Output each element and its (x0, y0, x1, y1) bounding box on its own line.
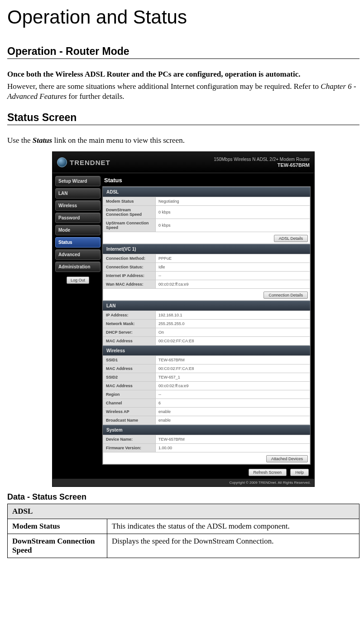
adsl-table: Modem StatusNegotiating DownStream Conne… (103, 197, 310, 232)
kv-k: MAC Address (103, 382, 156, 390)
connection-details-button[interactable]: Connection Details (263, 292, 308, 299)
page-title: Operation and Status (7, 6, 359, 28)
kv-k: DHCP Server: (103, 328, 156, 337)
kv-v: enable (156, 408, 310, 416)
kv-k: MAC Address (103, 337, 156, 345)
kv-v: 1.00.00 (156, 444, 310, 452)
brand-text: TRENDNET (70, 159, 110, 166)
globe-icon (57, 157, 67, 167)
kv-v: Idle (156, 263, 310, 272)
table-row-label: Modem Status (8, 519, 107, 534)
data-status-table: ADSL Modem Status This indicates the sta… (7, 504, 359, 558)
tagline-model: TEW-657BRM (278, 162, 310, 168)
kv-v: TEW-657_1 (156, 373, 310, 382)
kv-k: Wan MAC Address: (103, 280, 156, 289)
table-row-desc: Displays the speed for the DownStream Co… (107, 534, 359, 558)
kv-k: Region (103, 390, 156, 399)
kv-k: SSID1 (103, 356, 156, 364)
kv-v: TEW-657BRM (156, 356, 310, 364)
kv-k: UpStream Connection Speed (103, 219, 156, 232)
kv-v: -- (156, 272, 310, 280)
section-status-screen: Status Screen (7, 112, 359, 125)
router-screenshot: TRENDNET 150Mbps Wireless N ADSL 2/2+ Mo… (52, 151, 315, 487)
intro-text: However, there are some situations where… (7, 82, 359, 102)
kv-k: Connection Method: (103, 254, 156, 263)
logout-button[interactable]: Log Out (67, 277, 89, 284)
router-brand: TRENDNET (57, 157, 110, 167)
data-status-heading: Data - Status Screen (7, 492, 359, 502)
attached-devices-button[interactable]: Attached Devices (266, 455, 308, 462)
lead-pre: Use the (7, 136, 33, 145)
kv-k: DownStream Connection Speed (103, 206, 156, 219)
intro-pre: However, there are some situations where… (7, 82, 321, 91)
router-tagline: 150Mbps Wireless N ADSL 2/2+ Modem Route… (214, 157, 310, 168)
kv-k: Firmware Version: (103, 444, 156, 452)
kv-v: 6 (156, 399, 310, 408)
table-row-label: DownStream Connection Speed (8, 534, 107, 558)
status-lead: Use the Status link on the main menu to … (7, 136, 359, 145)
kv-v: 255.255.255.0 (156, 320, 310, 328)
kv-v: 00:c0:02:ff:ca:e9 (156, 382, 310, 390)
nav-lan[interactable]: LAN (55, 188, 101, 199)
kv-v: Negotiating (156, 197, 310, 206)
kv-k: Device Name: (103, 435, 156, 444)
lan-table: IP Address:192.168.10.1 Network Mask:255… (103, 311, 310, 345)
system-table: Device Name:TEW-657BRM Firmware Version:… (103, 435, 310, 452)
sec-lan: LAN (103, 301, 310, 311)
intro-bold: Once both the Wireless ADSL Router and t… (7, 70, 359, 79)
router-content: Status ADSL Modem StatusNegotiating Down… (102, 173, 314, 479)
kv-k: Broadcast Name (103, 416, 156, 425)
tagline-top: 150Mbps Wireless N ADSL 2/2+ Modem Route… (214, 157, 310, 162)
kv-k: Network Mask: (103, 320, 156, 328)
wireless-table: SSID1TEW-657BRM MAC Address00:C0:02:FF:C… (103, 355, 310, 425)
kv-v: 00:C0:02:FF:CA:E8 (156, 337, 310, 345)
kv-v: enable (156, 416, 310, 425)
kv-k: IP Address: (103, 311, 156, 320)
kv-v: TEW-657BRM (156, 435, 310, 444)
kv-k: SSID2 (103, 373, 156, 382)
kv-v: 0 kbps (156, 206, 310, 219)
kv-v: -- (156, 390, 310, 399)
nav-wireless[interactable]: Wireless (55, 200, 101, 211)
sec-internet: Internet(VC 1) (103, 244, 310, 254)
kv-k: MAC Address (103, 364, 156, 373)
sec-adsl: ADSL (103, 187, 310, 197)
nav-administration[interactable]: Administration (55, 262, 101, 272)
kv-k: Wireless AP (103, 408, 156, 416)
router-header: TRENDNET 150Mbps Wireless N ADSL 2/2+ Mo… (53, 152, 314, 173)
table-row-desc: This indicates the status of the ADSL mo… (107, 519, 359, 534)
kv-k: Modem Status (103, 197, 156, 206)
sec-wireless: Wireless (103, 345, 310, 355)
kv-k: Connection Status: (103, 263, 156, 272)
kv-v: 0 kbps (156, 219, 310, 232)
nav-mode[interactable]: Mode (55, 225, 101, 235)
kv-k: Channel (103, 399, 156, 408)
kv-v: On (156, 328, 310, 337)
lead-post: link on the main menu to view this scree… (52, 136, 185, 145)
intro-post: for further details. (67, 92, 124, 101)
kv-v: PPPoE (156, 254, 310, 263)
router-footer: Copyright © 2009 TRENDnet. All Rights Re… (53, 479, 314, 486)
sec-system: System (103, 425, 310, 435)
kv-k: Internet IP Address: (103, 272, 156, 280)
nav-status[interactable]: Status (55, 237, 101, 248)
lead-bi: Status (33, 136, 52, 145)
internet-table: Connection Method:PPPoE Connection Statu… (103, 254, 310, 289)
content-title: Status (102, 176, 311, 186)
kv-v: 00:c0:02:ff:ca:e9 (156, 280, 310, 289)
nav-password[interactable]: Password (55, 213, 101, 223)
kv-v: 00:C0:02:FF:CA:E8 (156, 364, 310, 373)
nav-advanced[interactable]: Advanced (55, 249, 101, 260)
help-button[interactable]: Help (290, 469, 309, 476)
table-section-adsl: ADSL (8, 504, 359, 519)
adsl-details-button[interactable]: ADSL Details (274, 235, 308, 242)
section-operation-router-mode: Operation - Router Mode (7, 45, 359, 59)
router-nav: Setup Wizard LAN Wireless Password Mode … (53, 173, 102, 479)
nav-setup-wizard[interactable]: Setup Wizard (55, 176, 101, 186)
kv-v: 192.168.10.1 (156, 311, 310, 320)
refresh-button[interactable]: Refresh Screen (249, 469, 287, 476)
